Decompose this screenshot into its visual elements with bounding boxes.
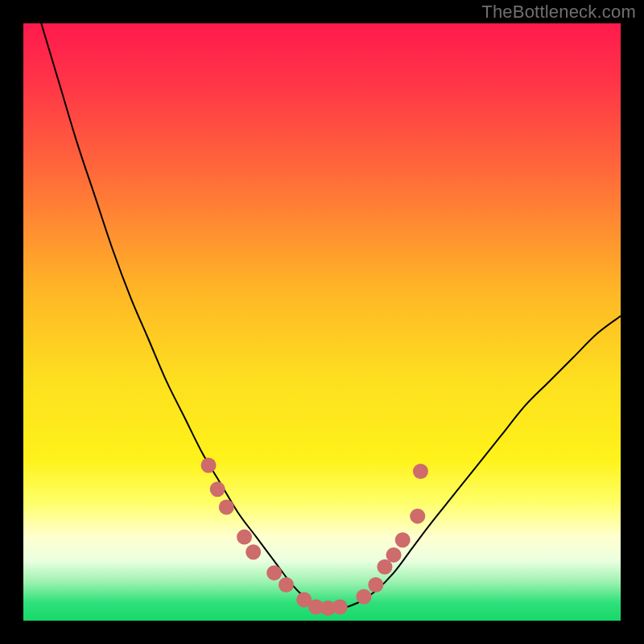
curve-marker xyxy=(210,481,225,497)
curve-marker xyxy=(356,589,371,605)
curve-marker xyxy=(368,577,383,592)
curve-marker xyxy=(413,464,428,479)
curve-marker xyxy=(332,599,348,614)
curve-marker xyxy=(386,547,402,563)
curve-marker xyxy=(219,500,234,515)
bottleneck-chart xyxy=(23,23,621,621)
curve-marker xyxy=(201,458,217,473)
curve-marker xyxy=(395,532,411,547)
watermark-text: TheBottleneck.com xyxy=(481,2,636,23)
chart-frame: TheBottleneck.com xyxy=(0,0,644,644)
curve-marker xyxy=(266,565,282,580)
curve-marker xyxy=(410,509,425,524)
curve-marker xyxy=(246,544,261,559)
gradient-background xyxy=(23,23,621,621)
curve-marker xyxy=(279,577,294,592)
curve-marker xyxy=(237,530,252,545)
plot-area xyxy=(23,23,621,621)
